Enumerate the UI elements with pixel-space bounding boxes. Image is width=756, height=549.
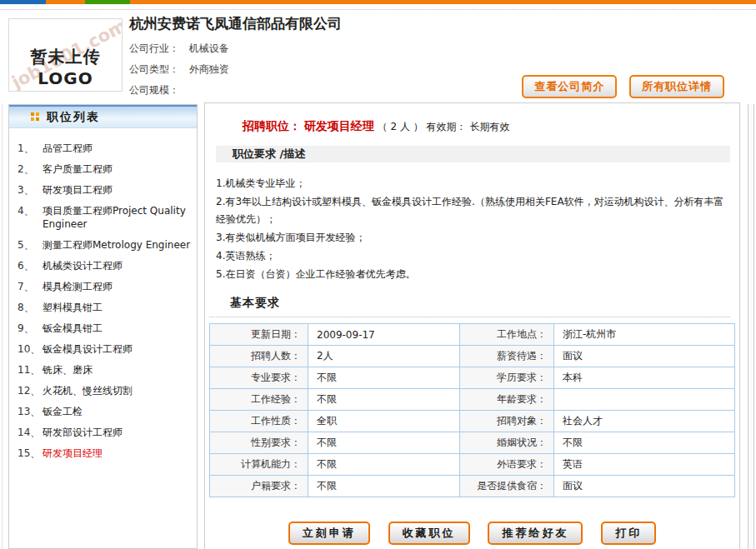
position-item-number: 15、 [18, 447, 43, 460]
table-row: 专业要求： 不限 学历要求： 本科 [210, 367, 735, 389]
table-label-cell: 是否提供食宿： [460, 476, 554, 497]
recommend-to-friend-button[interactable]: 推荐给好友 [488, 522, 583, 545]
table-value-cell: 全职 [308, 411, 460, 432]
company-industry-label: 公司行业： [129, 38, 186, 59]
table-value-cell: 不限 [308, 367, 460, 389]
position-item-label: 模具检测工程师 [43, 280, 113, 293]
page-left-border [2, 104, 3, 549]
position-list-item[interactable]: 3、 研发项目工程师 [18, 183, 192, 197]
table-value-cell: 浙江-杭州市 [554, 324, 735, 346]
position-item-number: 5、 [18, 238, 43, 252]
position-list-item[interactable]: 10、 钣金模具设计工程师 [18, 342, 192, 356]
position-list-item[interactable]: 4、 项目质量工程师Project Quality Engineer [18, 204, 192, 231]
table-value-cell: 面议 [554, 476, 735, 497]
position-list-item[interactable]: 13、 钣金工检 [18, 405, 192, 418]
job-description-line: 2.有3年以上结构设计或塑料模具、钣金模具设计工作经验.（熟练使用相关FEA软件… [216, 193, 728, 228]
job-description-line: 1.机械类专业毕业； [216, 175, 728, 192]
table-value-cell: 不限 [308, 389, 460, 411]
job-description: 1.机械类专业毕业； 2.有3年以上结构设计或塑料模具、钣金模具设计工作经验.（… [216, 175, 728, 283]
position-list-item[interactable]: 8、 塑料模具钳工 [18, 301, 192, 314]
position-item-label: 塑料模具钳工 [43, 301, 103, 314]
position-item-number: 9、 [18, 322, 43, 335]
table-value-cell: 面议 [554, 346, 735, 367]
position-list-item[interactable]: 1、 品管工程师 [18, 142, 192, 155]
company-type-value: 外商独资 [189, 63, 229, 75]
view-company-profile-button[interactable]: 查看公司简介 [522, 75, 617, 98]
position-list-item[interactable]: 12、 火花机、慢丝线切割 [18, 384, 192, 397]
position-item-number: 1、 [18, 142, 43, 155]
company-logo-placeholder: job1001.com 暂未上传LOGO [8, 18, 123, 92]
scrollbar-track[interactable] [748, 104, 754, 549]
position-list-item[interactable]: 6、 机械类设计工程师 [18, 259, 192, 272]
basic-requirements-table: 更新日期： 2009-09-17 工作地点： 浙江-杭州市 招聘人数： 2人 薪… [209, 323, 735, 497]
table-row: 工作性质： 全职 招聘对象： 社会人才 [210, 411, 735, 432]
table-value-cell: 英语 [554, 454, 735, 476]
position-item-number: 12、 [18, 384, 43, 397]
position-item-number: 8、 [18, 301, 43, 314]
apply-now-button[interactable]: 立刻申请 [288, 522, 370, 545]
table-label-cell: 工作经验： [210, 389, 308, 411]
position-list: 1、 品管工程师 2、 客户质量工程师 3、 研发项目工程师 4、 项目质量工程… [9, 128, 197, 460]
save-job-button[interactable]: 收藏职位 [388, 522, 470, 545]
position-list-sidebar: 职位列表 1、 品管工程师 2、 客户质量工程师 3、 研发项目工程师 [8, 104, 198, 549]
position-list-title: 职位列表 [47, 110, 100, 125]
position-item-label: 品管工程师 [43, 142, 93, 155]
position-list-item[interactable]: 14、 研发部设计工程师 [18, 426, 192, 439]
topbar-blue-segment [0, 0, 46, 4]
table-value-cell: 2009-09-17 [308, 324, 460, 346]
position-item-number: 4、 [18, 204, 43, 231]
position-list-item[interactable]: 9、 钣金模具钳工 [18, 322, 192, 335]
table-label-cell: 性别要求： [210, 432, 308, 454]
table-row: 招聘人数： 2人 薪资待遇： 面议 [210, 346, 735, 367]
topbar-orange-long-segment [130, 0, 756, 4]
print-button[interactable]: 打印 [601, 522, 656, 545]
position-item-label: 钣金模具钳工 [43, 322, 103, 335]
job-title-line: 招聘职位： 研发项目经理 （ 2 人 ） 有效期： 长期有效 [205, 103, 739, 134]
company-industry-row: 公司行业： 机械设备 [129, 38, 756, 59]
table-value-cell: 不限 [554, 432, 735, 454]
topbar-green-segment [85, 0, 130, 4]
position-item-label: 研发项目工程师 [43, 183, 113, 197]
position-list-item[interactable]: 2、 客户质量工程师 [18, 162, 192, 176]
basic-requirements-tbody: 更新日期： 2009-09-17 工作地点： 浙江-杭州市 招聘人数： 2人 薪… [210, 324, 735, 497]
company-industry-value: 机械设备 [189, 42, 229, 54]
position-item-number: 11、 [18, 363, 43, 377]
table-label-cell: 工作性质： [210, 411, 308, 432]
position-list-item[interactable]: 7、 模具检测工程师 [18, 280, 192, 293]
table-label-cell: 外语要求： [460, 454, 554, 476]
table-label-cell: 专业要求： [210, 367, 308, 389]
job-description-line: 4.英语熟练； [216, 247, 728, 265]
header-dotted-divider [0, 4, 756, 10]
position-list-header: 职位列表 [9, 105, 197, 128]
position-list-item[interactable]: 11、 铣床、磨床 [18, 363, 192, 377]
position-item-label: 研发部设计工程师 [43, 426, 123, 439]
table-label-cell: 薪资待遇： [460, 346, 554, 367]
table-label-cell: 招聘人数： [210, 346, 308, 367]
position-item-label: 铣床、磨床 [43, 363, 93, 377]
table-label-cell: 工作地点： [460, 324, 554, 346]
table-label-cell: 招聘对象： [460, 411, 554, 432]
table-label-cell: 户籍要求： [210, 476, 308, 497]
table-row: 计算机能力： 不限 外语要求： 英语 [210, 454, 735, 476]
table-value-cell: 不限 [308, 454, 460, 476]
table-label-cell: 婚姻状况： [460, 432, 554, 454]
table-label-cell: 更新日期： [210, 324, 308, 346]
table-label-cell: 计算机能力： [210, 454, 308, 476]
table-value-cell: 本科 [554, 367, 735, 389]
job-headcount: （ 2 人 ） [378, 121, 423, 132]
position-item-label: 火花机、慢丝线切割 [43, 384, 133, 397]
all-positions-button[interactable]: 所有职位详情 [629, 75, 724, 98]
position-item-label: 钣金模具设计工程师 [43, 342, 133, 356]
position-list-item[interactable]: 5、 测量工程师Metrology Engineer [18, 238, 192, 252]
position-item-label: 项目质量工程师Project Quality Engineer [43, 204, 192, 231]
job-title-label: 招聘职位： [243, 119, 301, 132]
table-row: 更新日期： 2009-09-17 工作地点： 浙江-杭州市 [210, 324, 735, 346]
table-value-cell: 社会人才 [554, 411, 735, 432]
table-value-cell [554, 389, 735, 411]
table-row: 工作经验： 不限 年龄要求： [210, 389, 735, 411]
page: job1001.com 暂未上传LOGO 杭州安费诺飞凤通信部品有限公司 公司行… [0, 0, 756, 549]
job-description-line: 3.有类似机械方面项目开发经验； [216, 229, 728, 247]
position-list-item[interactable]: 15、 研发项目经理 [18, 447, 192, 460]
company-header: job1001.com 暂未上传LOGO 杭州安费诺飞凤通信部品有限公司 公司行… [0, 10, 756, 102]
action-buttons-row: 立刻申请 收藏职位 推荐给好友 打印 [205, 522, 739, 545]
